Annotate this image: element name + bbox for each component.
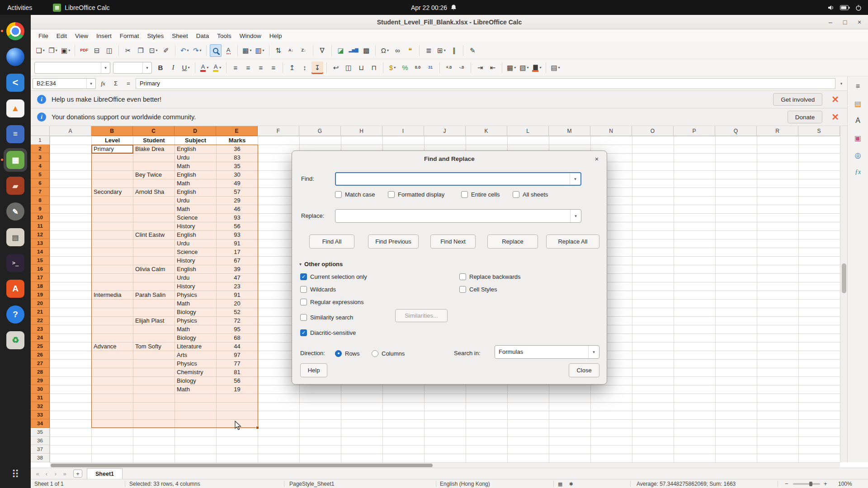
calc-icon[interactable]: ▦ [4,148,27,172]
checkbox-box[interactable] [300,273,307,280]
checkbox-cell-styles[interactable]: Cell Styles [459,285,497,294]
align-left-icon[interactable]: ≡ [230,61,241,74]
cell-b2[interactable]: Primary [94,145,132,153]
cell-d11[interactable]: History [177,222,216,230]
radio-columns[interactable]: Columns [372,349,405,358]
zoom-slider[interactable] [793,483,820,485]
cell-c5[interactable]: Bey Twice [135,170,174,179]
menu-view[interactable]: View [71,31,92,41]
column-header-r[interactable]: R [757,126,798,136]
selection-stats[interactable]: Average: 57.3448275862069; Sum: 1663 [637,479,736,488]
headers-footers-icon[interactable]: ≣ [423,44,434,57]
last-sheet-icon[interactable]: » [61,470,69,477]
search-in-dropdown-icon[interactable]: ▾ [588,346,599,358]
row-header-21[interactable]: 21 [31,308,50,316]
align-right-icon[interactable]: ≡ [255,61,267,74]
minimize-button[interactable]: – [826,17,835,27]
checkbox-box[interactable] [300,299,307,305]
donate-button[interactable]: Donate [788,111,823,123]
similarities-button[interactable]: Similarities... [395,309,448,322]
show-apps-icon[interactable]: ⠿ [4,463,27,486]
column-header-l[interactable]: L [507,126,549,136]
column-header-k[interactable]: K [466,126,507,136]
checkbox-entire-cells[interactable]: Entire cells [461,190,500,199]
format-currency-icon[interactable]: $▾ [387,61,398,74]
row-header-25[interactable]: 25 [31,342,50,351]
bold-icon[interactable]: B [155,61,166,74]
dialog-titlebar[interactable]: Find and Replace [292,151,607,166]
cell-d12[interactable]: English [177,230,216,239]
checkbox-box[interactable] [459,273,466,280]
previous-sheet-icon[interactable]: ‹ [42,470,51,477]
row-header-8[interactable]: 8 [31,196,50,205]
undo-icon[interactable]: ↶▾ [179,44,190,57]
get-involved-button[interactable]: Get involved [773,93,822,106]
radio-dot[interactable] [372,350,378,357]
cell-e8[interactable]: 29 [217,196,258,205]
expand-formula-bar-icon[interactable]: ▾ [837,81,845,86]
font-size-dropdown-icon[interactable]: ▾ [142,62,151,73]
hyperlink-icon[interactable]: ∞ [392,44,403,57]
replace-input[interactable] [335,210,570,222]
column-header-i[interactable]: I [382,126,424,136]
cell-e24[interactable]: 68 [217,333,258,342]
close-notification-icon[interactable]: ✕ [831,94,839,105]
row-header-11[interactable]: 11 [31,222,50,230]
draw-functions-icon[interactable]: ✎ [467,44,478,57]
replace-button[interactable]: Replace [487,235,538,249]
firefox-icon[interactable] [4,45,27,69]
column-header-p[interactable]: P [674,126,715,136]
cell-d6[interactable]: Math [177,179,216,188]
menu-tools[interactable]: Tools [213,31,236,41]
row-header-18[interactable]: 18 [31,282,50,291]
row-header-17[interactable]: 17 [31,273,50,282]
align-top-icon[interactable]: ↥ [286,61,298,74]
insert-image-icon[interactable]: ◪ [335,44,347,57]
cell-e6[interactable]: 49 [217,179,258,188]
row-header-23[interactable]: 23 [31,325,50,333]
cell-c7[interactable]: Arnold Sha [135,188,174,196]
italic-icon[interactable]: I [167,61,179,74]
add-decimal-icon[interactable]: +.0 [443,61,455,74]
paste-icon[interactable]: ⊡▾ [147,44,159,57]
replace-combobox[interactable]: ▾ [335,209,581,223]
zoom-level[interactable]: 100% [838,479,852,488]
cell-d4[interactable]: Math [177,162,216,170]
split-window-icon[interactable]: ∥ [448,44,460,57]
cell-d13[interactable]: Urdu [177,239,216,248]
row-header-2[interactable]: 2 [31,145,50,153]
format-date-icon[interactable]: 31 [425,61,436,74]
row-header-22[interactable]: 22 [31,316,50,325]
row-header-19[interactable]: 19 [31,291,50,299]
name-box-dropdown-icon[interactable]: ▾ [86,79,95,89]
row-header-12[interactable]: 12 [31,230,50,239]
chrome-icon[interactable] [4,19,27,43]
pivot-table-icon[interactable]: ▩ [360,44,372,57]
checkbox-wildcards[interactable]: Wildcards [300,285,336,294]
checkbox-box[interactable] [300,286,307,293]
menu-file[interactable]: File [34,31,52,41]
row-header-37[interactable]: 37 [31,445,50,454]
checkbox-match-case[interactable]: Match case [335,190,375,199]
row-header-24[interactable]: 24 [31,333,50,342]
column-header-o[interactable]: O [632,126,674,136]
cell-e26[interactable]: 97 [217,351,258,359]
row-header-36[interactable]: 36 [31,436,50,445]
cell-e20[interactable]: 20 [217,299,258,308]
cell-d18[interactable]: History [177,282,216,291]
find-dropdown-icon[interactable]: ▾ [570,173,580,185]
row-header-29[interactable]: 29 [31,376,50,385]
sort-icon[interactable]: ⇅ [273,44,284,57]
copy-icon[interactable]: ❒ [135,44,146,57]
menu-edit[interactable]: Edit [52,31,71,41]
row-header-7[interactable]: 7 [31,188,50,196]
cell-e2[interactable]: 36 [217,145,258,153]
clock-menu[interactable]: Apr 22 00:26 [411,4,457,11]
radio-rows[interactable]: Rows [335,349,360,358]
close-button[interactable]: × [854,17,864,27]
cell-e14[interactable]: 17 [217,248,258,256]
page-style[interactable]: PageStyle_Sheet1 [289,479,334,488]
find-replace-icon[interactable] [210,44,222,57]
cell-e10[interactable]: 93 [217,213,258,222]
checkbox-regular-expressions[interactable]: Regular expressions [300,297,364,306]
